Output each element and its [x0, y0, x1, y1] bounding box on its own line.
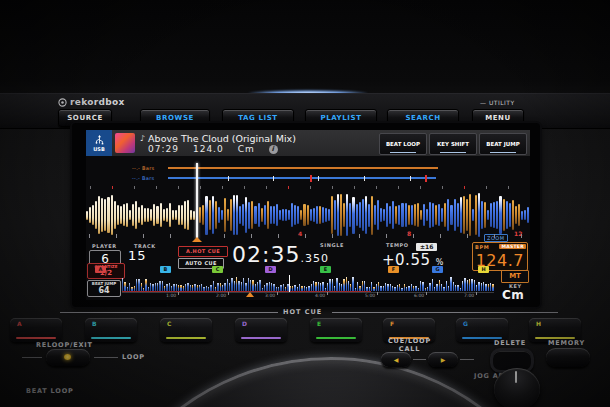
hot-cue-marker-c: C — [212, 266, 223, 273]
info-icon[interactable]: i — [269, 145, 278, 154]
touch-screen[interactable]: USB ♪ Above The Cloud (Original Mix) 07:… — [86, 130, 530, 300]
brand-label: rekordbox — [70, 97, 124, 107]
cue-marker-overview — [310, 175, 312, 182]
master-tempo-badge[interactable]: MT — [501, 270, 529, 283]
jog-adjust-knob[interactable] — [494, 368, 540, 407]
bpm-label: BPM — [475, 244, 489, 250]
player-label: PLAYER — [92, 243, 117, 249]
hot-cue-marker-e: E — [320, 266, 331, 273]
master-badge: MASTER — [499, 244, 526, 249]
left-arrow-icon: ◀ — [381, 352, 411, 367]
zoom-indicator[interactable]: ZOOM — [484, 234, 508, 242]
quantize-badge[interactable]: QUANTIZE 1/2 — [87, 263, 125, 279]
single-mode-label: SINGLE — [320, 242, 344, 248]
divider — [60, 312, 278, 313]
track-total-time: 07:29 — [148, 144, 179, 154]
album-artwork — [115, 133, 135, 153]
reloop-exit-label: RELOOP/EXIT — [36, 341, 93, 349]
cue-marker-overview — [425, 175, 427, 182]
hot-cue-marker-d: D — [265, 266, 276, 273]
bars-countdown-blue: --.- Bars — [132, 175, 154, 181]
cue-loop-call-right-button[interactable]: ▶ — [428, 352, 458, 367]
pad-color-strip — [241, 337, 281, 339]
beat-loop-section-label: BEAT LOOP — [26, 387, 74, 395]
loop-led — [64, 354, 71, 360]
delete-label: DELETE — [494, 339, 526, 347]
note-icon: ♪ — [140, 134, 145, 143]
ruler-label: 5:00 — [365, 293, 375, 298]
beat-jump-screen-button[interactable]: BEAT JUMP — [479, 133, 527, 155]
track-overview-waveform[interactable] — [122, 276, 494, 291]
pad-color-strip — [166, 337, 206, 339]
playhead-line — [196, 163, 198, 239]
cue-loop-call-label: CUE/LOOP CALL — [388, 337, 431, 353]
hot-cue-marker-f: F — [388, 266, 399, 273]
overview-playhead — [289, 275, 290, 292]
track-bpm: 124.0 — [193, 144, 224, 154]
pad-color-strip — [316, 337, 356, 339]
beat-jump-amount-badge[interactable]: BEAT JUMP 64 — [87, 280, 121, 297]
cue-loop-call-left-button[interactable]: ◀ — [381, 352, 411, 367]
track-number: 15 — [128, 248, 147, 263]
divider — [332, 312, 558, 313]
beat-loop-screen-button[interactable]: BEAT LOOP — [379, 133, 427, 155]
pad-color-strip — [91, 337, 131, 339]
track-title: Above The Cloud (Original Mix) — [148, 133, 296, 144]
utility-label: — UTILITY — [480, 99, 515, 106]
usb-icon — [95, 135, 104, 146]
hot-cue-pad-d[interactable]: D — [235, 318, 287, 342]
hot-cue-pad-e[interactable]: E — [310, 318, 362, 342]
hot-cue-marker-a: A — [95, 266, 106, 273]
hot-cue-marker-h: H — [478, 266, 489, 273]
memory-button[interactable] — [546, 348, 590, 367]
hot-cue-pad-a[interactable]: A — [10, 318, 62, 342]
rekordbox-logo-icon — [58, 98, 67, 107]
hot-cue-pad-c[interactable]: C — [160, 318, 212, 342]
memory-label: MEMORY — [548, 339, 585, 347]
overview-bar-blue[interactable] — [168, 177, 436, 179]
reloop-exit-button[interactable] — [46, 349, 90, 366]
rekordbox-logo: rekordbox — [58, 97, 124, 107]
ruler-label: 3:00 — [265, 293, 275, 298]
tempo-range-badge[interactable]: ±16 — [416, 243, 437, 251]
ruler-position-triangle — [246, 292, 254, 297]
ruler-label: 1:00 — [166, 293, 176, 298]
hot-cue-marker-b: B — [160, 266, 171, 273]
bars-countdown-orange: --.- Bars — [132, 165, 154, 171]
track-info-header: USB ♪ Above The Cloud (Original Mix) 07:… — [86, 130, 530, 156]
loop-label: LOOP — [122, 353, 145, 361]
playhead-triangle — [192, 237, 202, 242]
key-shift-screen-button[interactable]: KEY SHIFT — [429, 133, 477, 155]
hot-cue-section-label: HOT CUE — [283, 308, 322, 316]
hot-cue-marker-g: G — [432, 266, 443, 273]
ruler-label: 6:00 — [414, 293, 424, 298]
ruler-label: 7:00 — [464, 293, 474, 298]
pad-color-strip — [16, 337, 56, 339]
tempo-label: TEMPO — [386, 242, 409, 248]
key-value: Cm — [502, 288, 524, 300]
beat-number: 8 — [407, 230, 411, 237]
right-arrow-icon: ▶ — [428, 352, 458, 367]
beat-number: 4 — [298, 230, 302, 237]
ruler-label: 4:00 — [315, 293, 325, 298]
elapsed-time: 02:35.350 — [232, 242, 329, 267]
a-hot-cue-badge[interactable]: A.HOT CUE — [178, 246, 228, 257]
main-waveform[interactable] — [86, 192, 530, 238]
ruler-label: 2:00 — [216, 293, 226, 298]
track-key: Cm — [238, 144, 255, 154]
usb-source-badge[interactable]: USB — [86, 130, 112, 156]
phrase-tick-row — [86, 185, 530, 190]
elapsed-time-ms: .350 — [300, 252, 329, 265]
overview-bar-orange[interactable] — [168, 167, 438, 169]
hot-cue-pad-b[interactable]: B — [85, 318, 137, 342]
